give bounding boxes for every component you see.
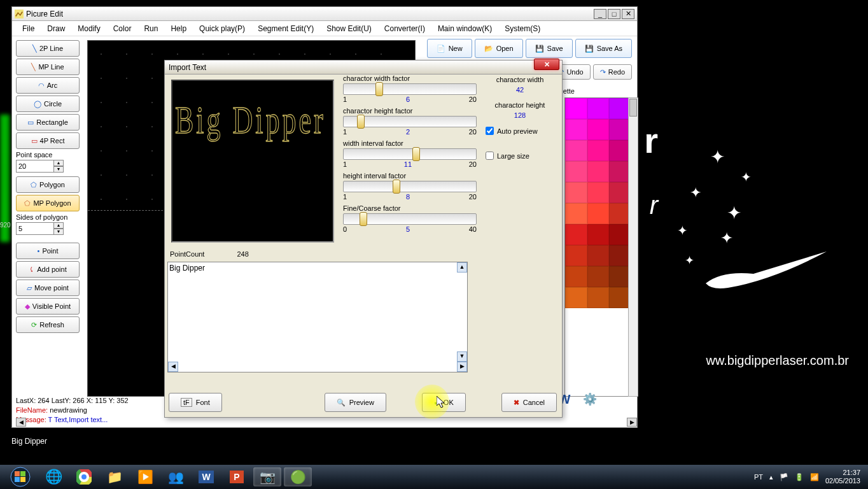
open-button[interactable]: 📂Open — [475, 39, 523, 58]
tray-up-icon[interactable]: ▴ — [769, 473, 773, 481]
taskbar-people[interactable]: 👥 — [162, 467, 190, 486]
tool-2pline[interactable]: ╲2P Line — [16, 40, 80, 57]
menu-quickplay[interactable]: Quick play(P) — [193, 22, 251, 36]
menu-run[interactable]: Run — [137, 22, 164, 36]
palette-swatch[interactable] — [587, 266, 610, 287]
redo-button[interactable]: ↷Redo — [593, 64, 632, 80]
hscroll-right[interactable]: ▶ — [627, 418, 637, 427]
spin-down[interactable]: ▼ — [53, 166, 64, 173]
slider-hif[interactable] — [343, 181, 477, 192]
slider-thumb-fcf[interactable] — [360, 212, 367, 226]
ok-button[interactable]: ✔OK — [422, 393, 466, 412]
taskbar-explorer[interactable]: 📁 — [101, 467, 129, 486]
taskbar-ie[interactable]: 🌐 — [39, 467, 67, 486]
tool-refresh[interactable]: ⟳Refresh — [16, 316, 80, 333]
tool-mppolygon[interactable]: ⬠MP Polygon — [16, 195, 80, 211]
tool-point[interactable]: •Point — [16, 243, 80, 259]
dialog-titlebar[interactable]: Import Text ✕ — [165, 60, 562, 74]
largesize-input[interactable] — [486, 152, 494, 160]
sides-input[interactable] — [16, 222, 54, 235]
palette-swatch[interactable] — [565, 140, 587, 161]
taskbar-ppt[interactable]: P — [223, 467, 251, 486]
menu-file[interactable]: File — [16, 22, 41, 36]
flag-icon[interactable]: 🏳️ — [780, 473, 788, 481]
color-palette[interactable] — [564, 97, 632, 397]
palette-swatch[interactable] — [565, 98, 587, 119]
close-button[interactable]: ✕ — [622, 9, 634, 19]
pointspace-input[interactable] — [16, 160, 54, 173]
autopreview-checkbox[interactable]: Auto preview — [486, 127, 554, 135]
slider-thumb-wif[interactable] — [412, 147, 420, 161]
taskbar-media[interactable]: ▶️ — [131, 467, 159, 486]
tool-arc[interactable]: ◠Arc — [16, 77, 80, 94]
palette-swatch[interactable] — [587, 203, 610, 224]
spin-down[interactable]: ▼ — [53, 229, 64, 235]
textarea-scroll-down[interactable]: ▼ — [457, 351, 467, 362]
menu-system[interactable]: System(S) — [498, 22, 547, 36]
spin-up[interactable]: ▲ — [53, 222, 64, 229]
slider-thumb-hif[interactable] — [393, 180, 400, 194]
tool-mpline[interactable]: ╲MP Line — [16, 59, 80, 75]
spin-up[interactable]: ▲ — [53, 160, 64, 166]
autopreview-input[interactable] — [486, 127, 494, 135]
palette-swatch[interactable] — [565, 182, 587, 203]
taskbar-app[interactable]: 🟢 — [284, 467, 312, 486]
system-tray[interactable]: PT ▴ 🏳️ 🔋 📶 21:37 02/05/2013 — [754, 469, 864, 485]
textarea-scroll-up[interactable]: ▲ — [457, 262, 467, 273]
text-input[interactable]: Big Dipper — [168, 262, 458, 358]
palette-swatch[interactable] — [587, 161, 610, 182]
tool-addpoint[interactable]: ⤹Add point — [16, 261, 80, 278]
menu-showedit[interactable]: Show Edit(U) — [320, 22, 378, 36]
slider-fcf[interactable] — [343, 213, 477, 225]
gear-icon[interactable]: ⚙️ — [582, 392, 598, 407]
palette-swatch[interactable] — [587, 224, 610, 245]
menu-modify[interactable]: Modify — [71, 22, 106, 36]
clock[interactable]: 21:37 02/05/2013 — [825, 469, 860, 485]
palette-swatch[interactable] — [565, 266, 587, 287]
textarea-hscroll-left[interactable]: ◀ — [168, 362, 178, 372]
tool-visiblepoint[interactable]: ◆Visible Point — [16, 298, 80, 315]
font-button[interactable]: tFFont — [169, 393, 222, 412]
palette-swatch[interactable] — [565, 119, 587, 140]
start-button[interactable] — [4, 466, 37, 488]
slider-thumb-cwf[interactable] — [375, 82, 383, 96]
textarea-hscroll-right[interactable]: ▶ — [457, 362, 467, 372]
hscroll-left[interactable]: ◀ — [16, 418, 26, 427]
tool-4prect[interactable]: ▭4P Rect — [16, 132, 80, 149]
menu-help[interactable]: Help — [164, 22, 193, 36]
taskbar-chrome[interactable] — [70, 467, 98, 486]
palette-swatch[interactable] — [565, 287, 587, 308]
tool-circle[interactable]: ◯Circle — [16, 96, 80, 112]
palette-swatch[interactable] — [587, 182, 610, 203]
slider-cwf[interactable] — [343, 83, 477, 95]
pointspace-spinner[interactable]: ▲▼ — [16, 160, 83, 173]
maximize-button[interactable]: □ — [608, 9, 620, 19]
sides-spinner[interactable]: ▲▼ — [16, 222, 83, 235]
dialog-close-button[interactable]: ✕ — [534, 59, 559, 70]
slider-wif[interactable] — [343, 148, 477, 160]
tool-movepoint[interactable]: ▱Move point — [16, 280, 80, 296]
taskbar-word[interactable]: W — [192, 467, 220, 486]
palette-swatch[interactable] — [565, 245, 587, 266]
largesize-checkbox[interactable]: Large size — [486, 152, 554, 160]
palette-scrollbar[interactable] — [628, 97, 638, 397]
taskbar-camera[interactable]: 📷 — [253, 467, 281, 486]
menu-draw[interactable]: Draw — [41, 22, 71, 36]
wifi-icon[interactable]: 📶 — [810, 473, 819, 481]
menu-converter[interactable]: Converter(I) — [378, 22, 431, 36]
lang-indicator[interactable]: PT — [754, 473, 763, 481]
new-button[interactable]: 📄New — [427, 39, 472, 58]
slider-chf[interactable] — [343, 116, 477, 127]
palette-swatch[interactable] — [587, 245, 610, 266]
palette-swatch[interactable] — [587, 98, 610, 119]
taskbar[interactable]: 🌐 📁 ▶️ 👥 W P 📷 🟢 PT ▴ 🏳️ 🔋 📶 21:37 02/05… — [0, 465, 868, 489]
palette-swatch[interactable] — [565, 161, 587, 182]
tool-polygon[interactable]: ⬠Polygon — [16, 176, 80, 193]
palette-swatch[interactable] — [587, 119, 610, 140]
saveas-button[interactable]: 💾Save As — [575, 39, 632, 58]
menu-segmentedit[interactable]: Segment Edit(Y) — [251, 22, 320, 36]
menu-mainwindow[interactable]: Main window(K) — [431, 22, 498, 36]
cancel-button[interactable]: ✖Cancel — [501, 393, 557, 412]
palette-swatch[interactable] — [565, 203, 587, 224]
preview-button[interactable]: 🔍Preview — [325, 393, 386, 412]
